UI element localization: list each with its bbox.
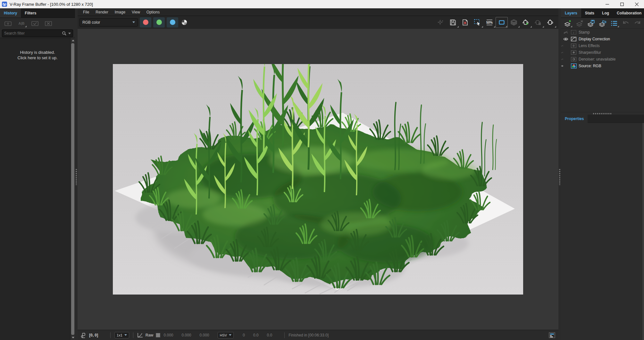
channel-select[interactable]: RGB color xyxy=(79,18,138,27)
red-channel-toggle[interactable] xyxy=(140,17,151,28)
region-render-button[interactable] xyxy=(471,17,483,28)
scrollbar-thumb[interactable] xyxy=(71,43,74,335)
separator xyxy=(284,332,285,338)
stamp-editor-icon[interactable] xyxy=(549,332,555,338)
alpha-channel-toggle[interactable] xyxy=(178,17,190,28)
blue-channel-toggle[interactable] xyxy=(167,17,178,28)
render-button[interactable] xyxy=(544,17,556,28)
denoise-magic-button[interactable] xyxy=(435,17,447,28)
scroll-down-button[interactable] xyxy=(71,335,75,340)
tab-stats[interactable]: Stats xyxy=(581,8,598,18)
hsv-value-v: 0.0 xyxy=(267,333,272,337)
delete-layer-button[interactable] xyxy=(574,19,584,28)
rendered-image[interactable] xyxy=(113,64,523,295)
ab-compare-button[interactable]: A|B xyxy=(16,19,27,28)
layer-row-denoiser[interactable]: Denoiser: unavailable xyxy=(561,56,644,62)
properties-header-filler xyxy=(588,115,644,123)
scroll-up-button[interactable] xyxy=(71,38,75,43)
left-panel-tabs: History Filters xyxy=(0,8,75,18)
menu-view[interactable]: View xyxy=(129,8,143,16)
maximize-button[interactable] xyxy=(615,0,629,8)
tab-log-label: Log xyxy=(602,11,609,15)
tab-layers[interactable]: Layers xyxy=(561,8,581,18)
properties-splitter[interactable] xyxy=(561,112,644,115)
render-stop-button[interactable] xyxy=(532,17,544,28)
hsv-value-h: 0 xyxy=(243,333,245,337)
enable-history-button[interactable] xyxy=(29,19,40,28)
properties-header: Properties xyxy=(561,115,644,123)
add-layer-button[interactable] xyxy=(562,19,573,28)
blue-channel-icon xyxy=(170,20,175,25)
redo-button[interactable] xyxy=(632,19,643,28)
zoom-50-button[interactable]: 50% xyxy=(483,17,496,28)
menu-bar: File Render Image View Options xyxy=(78,8,558,16)
layer-row-stamp[interactable]: i Stamp xyxy=(561,29,644,36)
sample-size-select[interactable]: 1x1 xyxy=(114,332,129,338)
vfb-window: V-Ray Frame Buffer - [100.0% of 1280 x 7… xyxy=(0,0,644,340)
center-area: File Render Image View Options RGB color xyxy=(78,8,558,340)
clear-image-button[interactable] xyxy=(459,17,471,28)
color-space-select[interactable]: HSV xyxy=(218,332,234,338)
undo-button[interactable] xyxy=(621,19,631,28)
tab-log[interactable]: Log xyxy=(598,8,613,18)
right-splitter-grip-icon xyxy=(559,169,560,185)
raw-value-g: 0.000 xyxy=(181,333,191,337)
follow-dropdown-icon xyxy=(506,26,507,27)
visibility-off-icon[interactable] xyxy=(561,44,571,48)
raw-label: Raw xyxy=(146,333,154,337)
ab-compare-dropdown-icon xyxy=(25,26,27,27)
save-layers-button[interactable] xyxy=(586,19,596,28)
toolbar-right-group: 50% xyxy=(435,17,556,28)
layer-row-source-rgb[interactable]: Source: RGB xyxy=(561,62,644,69)
properties-splitter-grip-icon xyxy=(593,113,612,114)
isolate-select-button[interactable] xyxy=(508,17,520,28)
history-setup-link[interactable]: Click here to set it up. xyxy=(0,55,75,61)
layer-row-sharpen-blur[interactable]: Sharpen/Blur xyxy=(561,49,644,56)
visibility-on-icon[interactable] xyxy=(561,64,571,68)
curve-mode-icon[interactable] xyxy=(137,333,143,338)
tab-filters[interactable]: Filters xyxy=(21,8,40,18)
save-image-button[interactable] xyxy=(447,17,459,28)
search-input[interactable] xyxy=(4,31,62,36)
layer-row-display-correction[interactable]: Display Correction xyxy=(561,36,644,42)
green-channel-icon xyxy=(156,20,162,25)
layer-row-lens-effects[interactable]: Lens Effects xyxy=(561,42,644,49)
menu-file[interactable]: File xyxy=(80,8,92,16)
layer-list-options-button[interactable] xyxy=(609,19,619,28)
region-dropdown-icon xyxy=(481,26,483,28)
load-layers-button[interactable] xyxy=(597,19,607,28)
visibility-off-icon[interactable] xyxy=(561,51,571,54)
history-disabled-message[interactable]: History is disabled. Click here to set i… xyxy=(0,50,75,61)
follow-mouse-button[interactable] xyxy=(496,17,508,28)
left-splitter[interactable] xyxy=(75,8,78,340)
color-space-value: HSV xyxy=(220,333,227,337)
denoiser-layer-icon xyxy=(571,57,577,62)
menu-render[interactable]: Render xyxy=(93,8,111,16)
history-scrollbar[interactable] xyxy=(70,38,75,340)
search-options-dropdown-icon[interactable] xyxy=(68,33,71,34)
minimize-button[interactable] xyxy=(600,0,615,8)
menu-image[interactable]: Image xyxy=(112,8,128,16)
visibility-off-icon[interactable] xyxy=(561,57,571,61)
properties-scrollbar[interactable] xyxy=(642,123,644,340)
pixel-probe-icon[interactable] xyxy=(81,332,86,338)
svg-text:i: i xyxy=(573,31,574,34)
tab-collaboration-label: Collaboration xyxy=(617,11,641,15)
render-last-button[interactable] xyxy=(520,17,532,28)
separator xyxy=(133,332,133,338)
menu-options[interactable]: Options xyxy=(144,8,163,16)
tab-collaboration[interactable]: Collaboration xyxy=(613,8,644,18)
vray-logo-icon xyxy=(2,2,7,7)
add-layer-dropdown-icon xyxy=(571,26,572,27)
close-button[interactable] xyxy=(629,0,644,8)
tab-properties[interactable]: Properties xyxy=(561,115,588,123)
clear-history-button[interactable] xyxy=(43,19,54,28)
render-time: Finished in [00:06:33.0] xyxy=(289,333,329,337)
visibility-off-icon[interactable] xyxy=(561,30,571,34)
tab-history[interactable]: History xyxy=(0,8,21,18)
green-channel-toggle[interactable] xyxy=(153,17,165,28)
right-splitter[interactable] xyxy=(558,8,561,340)
save-to-history-button[interactable] xyxy=(3,19,13,28)
visibility-on-icon[interactable] xyxy=(561,37,571,41)
properties-content xyxy=(561,123,644,340)
